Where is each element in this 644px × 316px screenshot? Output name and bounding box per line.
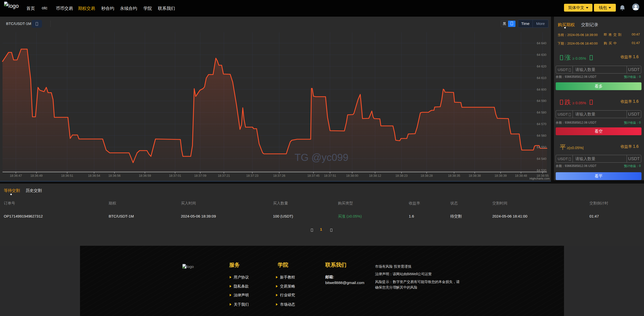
svg-text:64 570: 64 570 [537, 122, 546, 126]
svg-text:18:38:38: 18:38:38 [469, 174, 481, 178]
svg-text:64 620: 64 620 [537, 65, 546, 68]
svg-text:18:36:51: 18:36:51 [61, 174, 73, 178]
svg-text:18:38:28: 18:38:28 [421, 174, 433, 178]
svg-text:18:37:09: 18:37:09 [194, 174, 207, 178]
svg-text:64 610: 64 610 [537, 76, 546, 80]
svg-text:18:36:54: 18:36:54 [88, 174, 100, 178]
svg-text:18:36:59: 18:36:59 [139, 174, 151, 178]
svg-text:64 600: 64 600 [537, 88, 546, 91]
svg-text:18:36:49: 18:36:49 [30, 174, 43, 178]
svg-text:64 580: 64 580 [537, 111, 546, 114]
svg-text:64 550: 64 550 [537, 146, 546, 149]
svg-text:18:38:39: 18:38:39 [495, 174, 507, 178]
svg-text:18:37:26: 18:37:26 [273, 174, 286, 178]
svg-text:18:38:23: 18:38:23 [395, 174, 408, 178]
svg-text:18:37:51: 18:37:51 [324, 174, 336, 178]
svg-text:64 640: 64 640 [537, 42, 546, 45]
svg-text:64 560: 64 560 [537, 134, 546, 137]
svg-text:18:38:12: 18:38:12 [369, 174, 381, 178]
svg-text:18:38:35: 18:38:35 [448, 174, 460, 178]
svg-text:64 630: 64 630 [537, 53, 546, 57]
svg-text:64 530: 64 530 [537, 169, 546, 172]
svg-text:18:37:01: 18:37:01 [169, 174, 181, 178]
svg-text:64 540: 64 540 [537, 157, 546, 161]
svg-text:64 590: 64 590 [537, 99, 546, 103]
svg-text:18:38:48: 18:38:48 [515, 174, 527, 178]
svg-text:18:37:23: 18:37:23 [246, 174, 259, 178]
svg-text:18:36:56: 18:36:56 [108, 174, 121, 178]
svg-text:18:37:45: 18:37:45 [307, 174, 320, 178]
svg-text:18:36:47: 18:36:47 [10, 174, 22, 178]
svg-text:18:38:00: 18:38:00 [346, 174, 358, 178]
svg-text:18:37:21: 18:37:21 [218, 174, 230, 178]
